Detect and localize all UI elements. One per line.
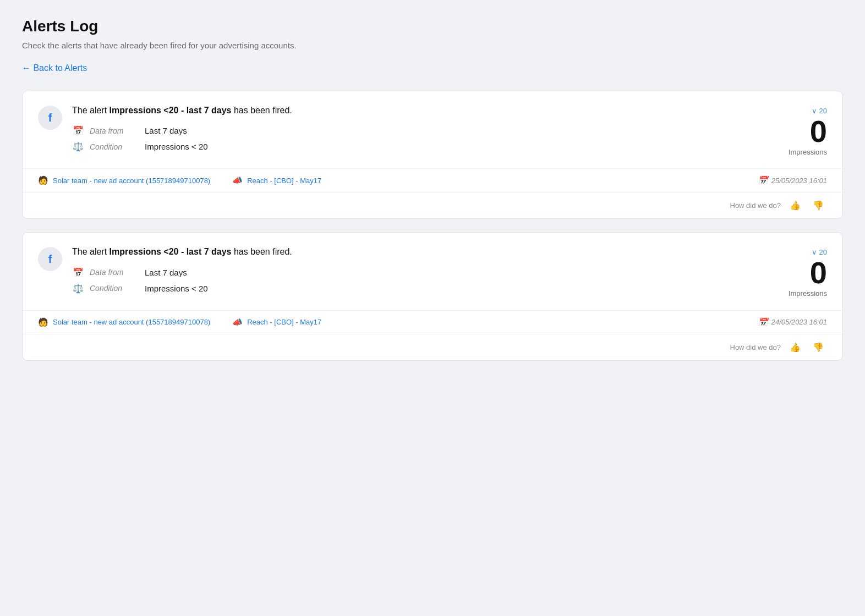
account-icon: 🧑 (38, 317, 48, 327)
back-to-alerts-link[interactable]: ← Back to Alerts (22, 63, 87, 73)
data-from-row: 📅 Data from Last 7 days (72, 267, 755, 278)
metric-value: 0 (810, 116, 827, 147)
campaign-name: Reach - [CBO] - May17 (247, 177, 321, 185)
metric-value: 0 (810, 257, 827, 288)
thumbs-down-button[interactable]: 👎 (809, 198, 827, 213)
condition-icon: ⚖️ (72, 141, 84, 152)
footer-campaign: 📣 Reach - [CBO] - May17 (232, 317, 758, 327)
data-from-label: Data from (90, 268, 139, 277)
calendar-icon: 📅 (72, 125, 84, 136)
alert-title: The alert Impressions <20 - last 7 days … (72, 246, 755, 258)
page-subtitle: Check the alerts that have already been … (22, 41, 843, 50)
metric-label: Impressions (789, 289, 827, 298)
metric-label: Impressions (789, 148, 827, 156)
data-from-label: Data from (90, 127, 139, 135)
footer-account: 🧑 Solar team - new ad account (155718949… (38, 175, 210, 185)
alerts-list: f The alert Impressions <20 - last 7 day… (22, 91, 843, 361)
account-icon: 🧑 (38, 175, 48, 185)
campaign-name: Reach - [CBO] - May17 (247, 318, 321, 326)
thumbs-down-button[interactable]: 👎 (809, 340, 827, 355)
facebook-icon: f (38, 247, 62, 271)
metric-box: ∨ 20 0 Impressions (755, 246, 827, 298)
footer-campaign: 📣 Reach - [CBO] - May17 (232, 175, 758, 185)
thumbs-up-button[interactable]: 👍 (786, 198, 804, 213)
page-title: Alerts Log (22, 18, 843, 35)
alert-card: f The alert Impressions <20 - last 7 day… (22, 232, 843, 360)
footer-account: 🧑 Solar team - new ad account (155718949… (38, 317, 210, 327)
campaign-icon: 📣 (232, 175, 243, 185)
condition-row: ⚖️ Condition Impressions < 20 (72, 283, 755, 294)
card-footer: 🧑 Solar team - new ad account (155718949… (23, 168, 842, 192)
date-value: 25/05/2023 16:01 (771, 177, 827, 185)
data-from-value: Last 7 days (145, 268, 187, 277)
condition-icon: ⚖️ (72, 283, 84, 294)
campaign-icon: 📣 (232, 317, 243, 327)
feedback-bar: How did we do? 👍 👎 (23, 192, 842, 218)
alert-content: The alert Impressions <20 - last 7 days … (72, 105, 755, 157)
facebook-icon: f (38, 106, 62, 130)
feedback-bar: How did we do? 👍 👎 (23, 334, 842, 360)
account-name: Solar team - new ad account (15571894971… (53, 177, 210, 185)
condition-label: Condition (90, 284, 139, 293)
account-name: Solar team - new ad account (15571894971… (53, 318, 210, 326)
footer-date: 📅 24/05/2023 16:01 (758, 317, 827, 327)
feedback-label: How did we do? (730, 201, 781, 210)
alert-name: Impressions <20 - last 7 days (110, 106, 232, 115)
date-icon: 📅 (758, 317, 768, 327)
footer-date: 📅 25/05/2023 16:01 (758, 175, 827, 185)
thumbs-up-button[interactable]: 👍 (786, 340, 804, 355)
condition-label: Condition (90, 142, 139, 151)
alert-content: The alert Impressions <20 - last 7 days … (72, 246, 755, 299)
metric-box: ∨ 20 0 Impressions (755, 105, 827, 156)
date-value: 24/05/2023 16:01 (771, 318, 827, 326)
alert-name: Impressions <20 - last 7 days (110, 247, 232, 256)
condition-value: Impressions < 20 (145, 284, 208, 293)
data-from-row: 📅 Data from Last 7 days (72, 125, 755, 136)
condition-value: Impressions < 20 (145, 142, 208, 151)
date-icon: 📅 (758, 175, 768, 185)
alert-title: The alert Impressions <20 - last 7 days … (72, 105, 755, 117)
alert-card: f The alert Impressions <20 - last 7 day… (22, 91, 843, 219)
calendar-icon: 📅 (72, 267, 84, 278)
data-from-value: Last 7 days (145, 126, 187, 135)
feedback-label: How did we do? (730, 343, 781, 351)
condition-row: ⚖️ Condition Impressions < 20 (72, 141, 755, 152)
card-footer: 🧑 Solar team - new ad account (155718949… (23, 310, 842, 334)
